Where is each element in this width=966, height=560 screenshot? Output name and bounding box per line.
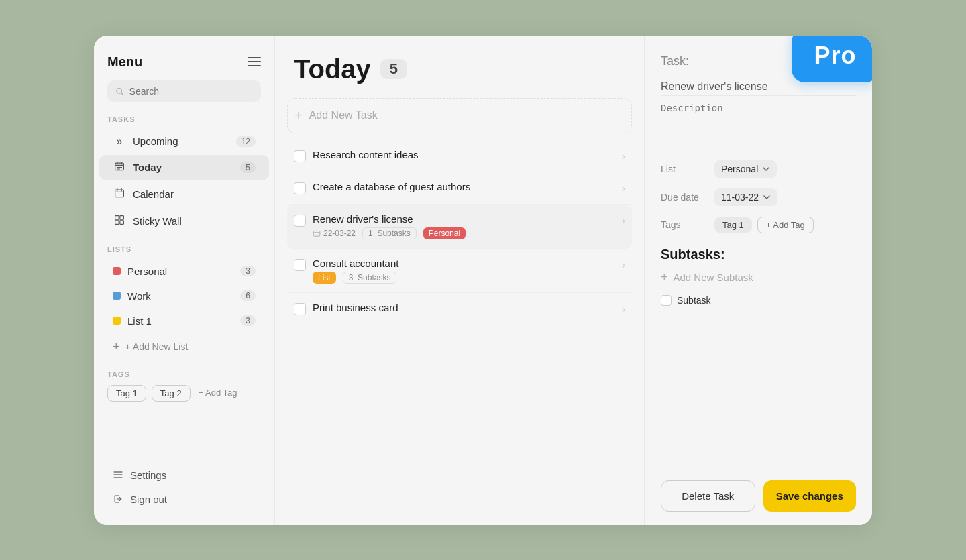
table-row[interactable]: Research content ideas ›	[287, 140, 632, 172]
tag1-chip[interactable]: Tag 1	[107, 385, 146, 402]
save-changes-button[interactable]: Save changes	[763, 480, 857, 512]
add-subtask-button[interactable]: + Add New Subtask	[661, 270, 856, 284]
add-task-label: Add New Task	[309, 109, 378, 121]
due-date-dropdown[interactable]: 11-03-22	[714, 188, 777, 206]
list-field-row: List Personal	[661, 160, 856, 178]
sticky-wall-icon	[113, 215, 126, 228]
delete-task-button[interactable]: Delete Task	[661, 480, 755, 512]
search-icon	[115, 87, 124, 96]
add-new-list-button[interactable]: + + Add New List	[99, 334, 269, 360]
list-dropdown[interactable]: Personal	[714, 160, 777, 178]
task-checkbox[interactable]	[294, 215, 306, 227]
add-task-button[interactable]: + Add New Task	[287, 98, 632, 133]
list1-badge: 3	[240, 315, 256, 326]
task-count-badge: 5	[380, 59, 407, 79]
hamburger-icon[interactable]	[248, 57, 261, 66]
today-badge: 5	[240, 162, 256, 173]
settings-icon	[113, 469, 123, 480]
due-date-field-row: Due date 11-03-22	[661, 188, 856, 206]
sidebar-item-upcoming[interactable]: » Upcoming 12	[99, 129, 269, 154]
tasks-section-label: TASKS	[94, 115, 274, 129]
due-date-value: 11-03-22	[721, 192, 759, 203]
add-task-icon: +	[294, 108, 303, 123]
task-name: Print business card	[313, 302, 615, 313]
task-name: Research content ideas	[313, 149, 615, 160]
task-name: Consult accountant	[313, 258, 615, 269]
svg-rect-8	[115, 190, 124, 197]
dropdown-chevron-icon	[762, 165, 770, 173]
sticky-wall-label: Sticky Wall	[133, 215, 256, 227]
table-row[interactable]: Create a database of guest authors ›	[287, 172, 632, 205]
search-bar[interactable]	[107, 80, 261, 102]
subtask-badge: 1 Subtasks	[362, 227, 417, 239]
sidebar-item-calendar[interactable]: Calendar	[99, 182, 269, 207]
date-chevron-icon	[763, 193, 771, 201]
subtasks-title: Subtasks:	[661, 247, 856, 262]
work-dot	[113, 292, 121, 300]
tag2-chip[interactable]: Tag 2	[152, 385, 191, 402]
subtask-checkbox[interactable]	[661, 295, 672, 306]
sidebar: Menu TASKS » Upcoming 12	[94, 36, 275, 525]
sidebar-item-today[interactable]: Today 5	[99, 155, 269, 180]
lists-section-label: LISTS	[94, 245, 274, 259]
page-title: Today	[294, 54, 371, 85]
settings-button[interactable]: Settings	[99, 463, 269, 487]
upcoming-label: Upcoming	[133, 135, 229, 147]
pro-label: Pro	[814, 42, 856, 70]
sidebar-title: Menu	[107, 54, 142, 70]
add-list-label: + Add New List	[125, 341, 189, 352]
personal-dot	[113, 267, 121, 275]
add-tag-sidebar-button[interactable]: + Add Tag	[196, 385, 240, 402]
task-checkbox[interactable]	[294, 303, 306, 315]
table-row[interactable]: Print business card ›	[287, 293, 632, 325]
list-tag-list: List	[313, 272, 336, 284]
signout-icon	[113, 494, 123, 504]
chevron-right-icon: ›	[622, 259, 625, 271]
subtask-badge: 3 Subtasks	[343, 272, 397, 284]
personal-label: Personal	[127, 266, 233, 277]
signout-button[interactable]: Sign out	[99, 488, 269, 511]
svg-rect-19	[313, 231, 320, 236]
task-panel: Task: List Personal Due date 11-03-22 Ta…	[644, 36, 872, 525]
signout-label: Sign out	[130, 494, 167, 505]
list-tag-personal: Personal	[423, 227, 466, 239]
work-label: Work	[127, 290, 233, 302]
subtask-label: Subtask	[677, 295, 711, 306]
tags-label: Tags	[661, 219, 708, 230]
upcoming-icon: »	[113, 135, 126, 148]
list1-dot	[113, 317, 121, 325]
task-name: Renew driver's license	[313, 213, 615, 225]
upcoming-badge: 12	[236, 136, 256, 147]
sidebar-item-personal[interactable]: Personal 3	[99, 260, 269, 283]
chevron-right-icon: ›	[622, 303, 625, 315]
sidebar-item-list1[interactable]: List 1 3	[99, 309, 269, 333]
add-subtask-label: Add New Subtask	[674, 272, 753, 283]
svg-rect-12	[115, 215, 119, 219]
task-date: 22-03-22	[313, 229, 356, 238]
svg-line-1	[121, 93, 123, 95]
sidebar-item-work[interactable]: Work 6	[99, 284, 269, 308]
task-name: Create a database of guest authors	[313, 181, 615, 192]
calendar-icon	[113, 188, 126, 201]
task-checkbox[interactable]	[294, 182, 306, 194]
tags-section-label: TAGS	[107, 370, 261, 378]
tag1-pill[interactable]: Tag 1	[714, 217, 752, 233]
today-label: Today	[133, 162, 233, 173]
add-tag-panel-button[interactable]: + Add Tag	[757, 217, 814, 233]
sidebar-item-sticky-wall[interactable]: Sticky Wall	[99, 209, 269, 234]
table-row[interactable]: Renew driver's license 22-03-22 1 Subtas…	[287, 205, 632, 249]
add-list-icon: +	[113, 340, 120, 354]
svg-rect-14	[115, 220, 119, 224]
chevron-right-icon: ›	[622, 215, 625, 227]
task-checkbox[interactable]	[294, 150, 306, 162]
chevron-right-icon: ›	[622, 182, 625, 194]
work-badge: 6	[240, 290, 256, 301]
task-checkbox[interactable]	[294, 259, 306, 271]
pro-badge[interactable]: Pro	[792, 36, 872, 82]
search-input[interactable]	[129, 86, 253, 97]
today-icon	[113, 161, 126, 174]
task-description-field[interactable]	[661, 103, 856, 143]
table-row[interactable]: Consult accountant List 3 Subtasks ›	[287, 249, 632, 293]
settings-label: Settings	[130, 469, 166, 481]
tags-field-row: Tags Tag 1 + Add Tag	[661, 217, 856, 233]
